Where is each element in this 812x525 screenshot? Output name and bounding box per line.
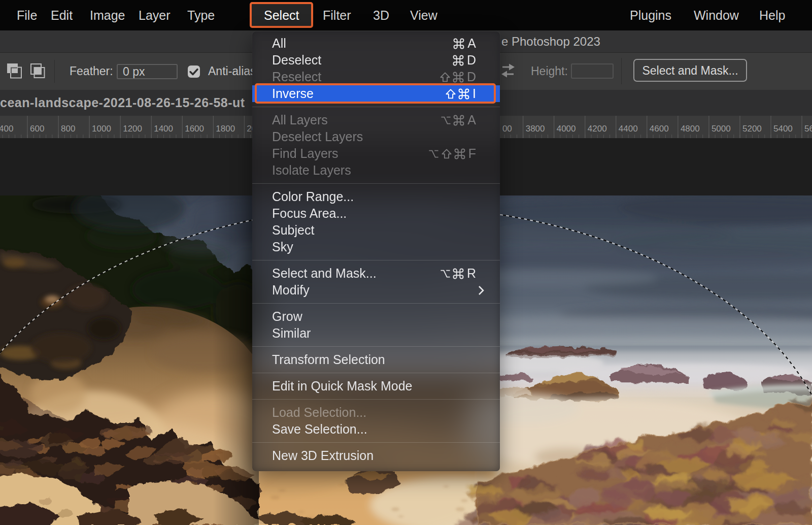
svg-text:1200: 1200 bbox=[123, 124, 142, 134]
svg-text:800: 800 bbox=[61, 124, 75, 134]
svg-text:3800: 3800 bbox=[526, 124, 545, 134]
svg-text:4200: 4200 bbox=[588, 124, 607, 134]
svg-text:400: 400 bbox=[0, 124, 13, 134]
svg-text:600: 600 bbox=[30, 124, 44, 134]
svg-text:5200: 5200 bbox=[742, 124, 762, 134]
svg-text:5600: 5600 bbox=[804, 124, 812, 134]
svg-text:4400: 4400 bbox=[619, 124, 638, 134]
svg-text:4800: 4800 bbox=[681, 124, 700, 134]
svg-text:5000: 5000 bbox=[712, 124, 731, 134]
svg-text:1800: 1800 bbox=[216, 124, 235, 134]
svg-text:1600: 1600 bbox=[185, 124, 204, 134]
svg-text:5400: 5400 bbox=[773, 124, 793, 134]
svg-text:4000: 4000 bbox=[557, 124, 576, 134]
svg-text:4600: 4600 bbox=[650, 124, 669, 134]
svg-text:1400: 1400 bbox=[154, 124, 173, 134]
svg-text:1000: 1000 bbox=[92, 124, 111, 134]
